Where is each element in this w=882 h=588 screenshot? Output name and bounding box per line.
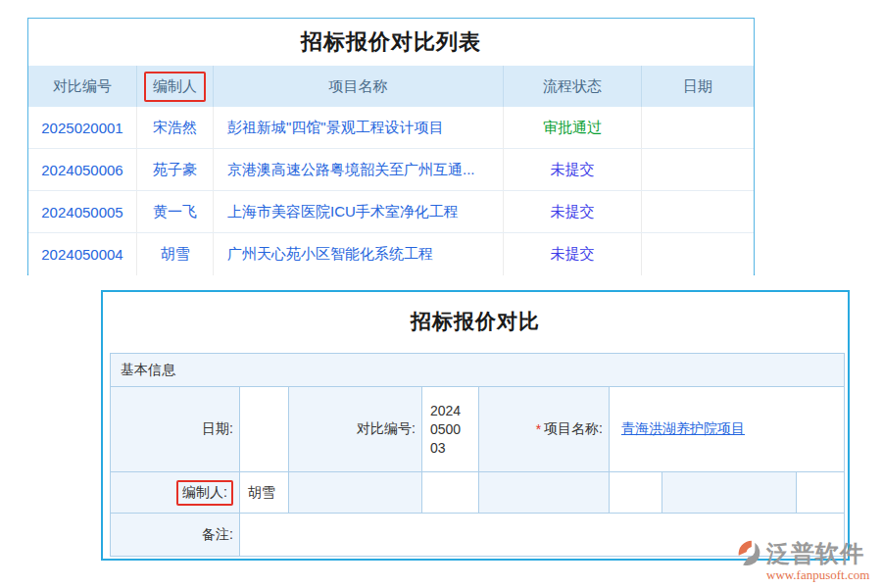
col-header-compare-no: 对比编号 [28, 66, 137, 107]
col-header-date: 日期 [642, 66, 754, 107]
row-author: 宋浩然 [137, 107, 214, 148]
table-row: 2024050005 黄一飞 上海市美容医院ICU手术室净化工程 未提交 [28, 191, 754, 233]
fanpu-brand-text: 泛普软件 [766, 538, 864, 569]
list-title: 招标报价对比列表 [28, 19, 754, 66]
empty-value-cell[interactable] [422, 472, 479, 513]
author-header-highlight-box: 编制人 [144, 72, 206, 102]
project-name-label-text: 项目名称: [544, 420, 603, 438]
row-date [642, 149, 754, 190]
project-name-label: * 项目名称: [479, 387, 610, 471]
project-name-link[interactable]: 青海洪湖养护院项目 [610, 420, 745, 438]
basic-info-box: 基本信息 日期: 对比编号: 2024050003 * 项目名称: 青海洪湖养护… [110, 353, 845, 557]
section-header-basic-info: 基本信息 [111, 354, 844, 387]
form-row-1: 日期: 对比编号: 2024050003 * 项目名称: 青海洪湖养护院项目 [111, 387, 844, 472]
row-author: 黄一飞 [137, 191, 214, 232]
row-date [642, 107, 754, 148]
col-header-author: 编制人 [137, 66, 214, 107]
list-header-row: 对比编号 编制人 项目名称 流程状态 日期 [28, 66, 754, 107]
bid-quote-comparison-list: 招标报价对比列表 对比编号 编制人 项目名称 流程状态 日期 202502000… [27, 18, 755, 275]
form-row-3: 备注: [111, 514, 844, 556]
remark-label: 备注: [111, 514, 240, 556]
project-name-cell: 青海洪湖养护院项目 [610, 387, 844, 471]
row-compare-no[interactable]: 2025020001 [28, 107, 137, 148]
row-status: 未提交 [504, 149, 642, 190]
row-date [642, 233, 754, 275]
author-label: 编制人: [111, 472, 240, 513]
empty-label-cell [479, 472, 610, 513]
author-field[interactable]: 胡雪 [240, 472, 289, 513]
empty-label-cell [289, 472, 422, 513]
date-label: 日期: [111, 387, 240, 471]
table-row: 2024050004 胡雪 广州天心苑小区智能化系统工程 未提交 [28, 233, 754, 275]
row-status: 未提交 [504, 191, 642, 232]
row-compare-no[interactable]: 2024050006 [28, 149, 137, 190]
empty-value-cell[interactable] [797, 472, 844, 513]
row-project-link[interactable]: 广州天心苑小区智能化系统工程 [214, 233, 504, 275]
row-project-link[interactable]: 京港澳高速公路粤境韶关至广州互通... [214, 149, 504, 190]
row-author: 胡雪 [137, 233, 214, 275]
row-status: 审批通过 [504, 107, 642, 148]
row-project-link[interactable]: 上海市美容医院ICU手术室净化工程 [214, 191, 504, 232]
col-header-project: 项目名称 [214, 66, 504, 107]
row-status: 未提交 [504, 233, 642, 275]
date-field[interactable] [240, 387, 289, 471]
required-asterisk: * [536, 421, 541, 437]
empty-label-cell [662, 472, 797, 513]
author-label-highlight-box: 编制人: [176, 480, 233, 506]
compare-no-label: 对比编号: [289, 387, 422, 471]
bid-quote-comparison-form: 招标报价对比 基本信息 日期: 对比编号: 2024050003 * 项目名称:… [101, 290, 850, 561]
table-row: 2025020001 宋浩然 彭祖新城"四馆"景观工程设计项目 审批通过 [28, 107, 754, 149]
fanpu-url-text: www.fanpusoft.com [766, 567, 882, 583]
row-author: 苑子豪 [137, 149, 214, 190]
empty-value-cell[interactable] [610, 472, 662, 513]
row-project-link[interactable]: 彭祖新城"四馆"景观工程设计项目 [214, 107, 504, 148]
compare-no-field[interactable]: 2024050003 [422, 387, 479, 471]
col-header-status: 流程状态 [504, 66, 642, 107]
row-date [642, 191, 754, 232]
fanpu-watermark: 泛普软件 www.fanpusoft.com [737, 538, 882, 583]
row-compare-no[interactable]: 2024050005 [28, 191, 137, 232]
form-row-2: 编制人: 胡雪 [111, 472, 844, 514]
table-row: 2024050006 苑子豪 京港澳高速公路粤境韶关至广州互通... 未提交 [28, 149, 754, 191]
fanpu-logo-icon [737, 540, 764, 567]
form-title: 招标报价对比 [103, 292, 848, 351]
row-compare-no[interactable]: 2024050004 [28, 233, 137, 275]
